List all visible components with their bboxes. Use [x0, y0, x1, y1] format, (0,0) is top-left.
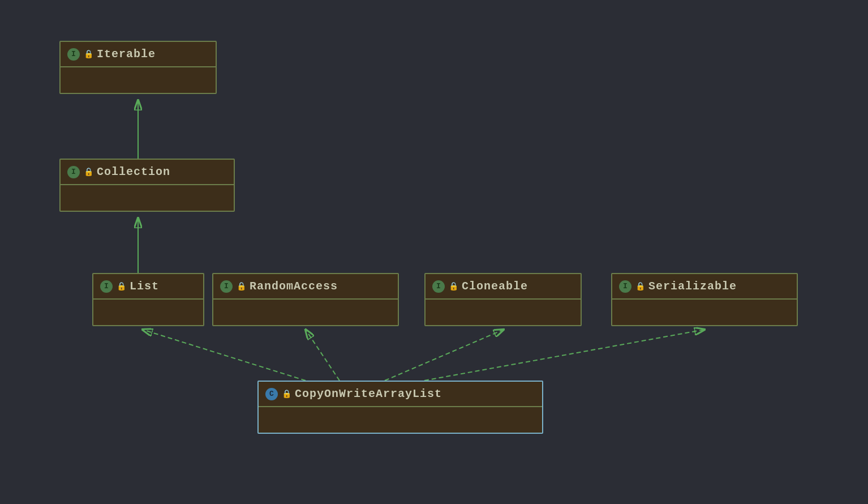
node-cloneable[interactable]: I 🔒 Cloneable	[424, 273, 582, 326]
node-collection-body	[61, 185, 234, 211]
node-serializable-header: I 🔒 Serializable	[612, 274, 797, 300]
interface-icon-collection: I	[67, 166, 80, 178]
interface-icon-iterable: I	[67, 48, 80, 61]
node-copyonwritearraylist-body	[259, 407, 542, 433]
svg-line-7	[424, 330, 704, 381]
node-collection[interactable]: I 🔒 Collection	[59, 159, 235, 212]
diagram-canvas: I 🔒 Iterable I 🔒 Collection I 🔒 List I 🔒…	[0, 0, 868, 504]
node-collection-header: I 🔒 Collection	[61, 160, 234, 185]
interface-icon-serializable: I	[619, 280, 631, 293]
lock-icon-collection: 🔒	[83, 167, 93, 177]
node-cloneable-label: Cloneable	[462, 280, 528, 293]
node-serializable-label: Serializable	[648, 280, 737, 293]
node-randomaccess-label: RandomAccess	[250, 280, 338, 293]
node-randomaccess-body	[213, 300, 398, 325]
lock-icon-copyonwritearraylist: 🔒	[281, 389, 291, 399]
node-copyonwritearraylist-header: C 🔒 CopyOnWriteArrayList	[259, 382, 542, 407]
node-collection-label: Collection	[97, 165, 170, 178]
node-list-body	[93, 300, 203, 325]
lock-icon-serializable: 🔒	[635, 281, 645, 292]
node-list[interactable]: I 🔒 List	[92, 273, 204, 326]
node-cloneable-body	[426, 300, 581, 325]
node-cloneable-header: I 🔒 Cloneable	[426, 274, 581, 300]
node-list-header: I 🔒 List	[93, 274, 203, 300]
interface-icon-list: I	[100, 280, 113, 293]
node-iterable-body	[61, 67, 216, 93]
node-serializable-body	[612, 300, 797, 325]
lock-icon-list: 🔒	[116, 281, 126, 292]
lock-icon-randomaccess: 🔒	[236, 281, 246, 292]
node-randomaccess[interactable]: I 🔒 RandomAccess	[212, 273, 399, 326]
svg-line-4	[143, 330, 306, 381]
node-randomaccess-header: I 🔒 RandomAccess	[213, 274, 398, 300]
node-list-label: List	[130, 280, 159, 293]
node-iterable[interactable]: I 🔒 Iterable	[59, 41, 217, 94]
lock-icon-cloneable: 🔒	[448, 281, 458, 292]
svg-line-5	[306, 330, 340, 381]
interface-icon-cloneable: I	[432, 280, 445, 293]
class-icon-copyonwritearraylist: C	[265, 388, 278, 400]
lock-icon-iterable: 🔒	[83, 49, 93, 59]
node-copyonwritearraylist-label: CopyOnWriteArrayList	[295, 387, 442, 400]
node-copyonwritearraylist[interactable]: C 🔒 CopyOnWriteArrayList	[257, 381, 543, 434]
node-iterable-label: Iterable	[97, 48, 156, 61]
interface-icon-randomaccess: I	[220, 280, 233, 293]
svg-line-6	[385, 330, 504, 381]
node-serializable[interactable]: I 🔒 Serializable	[611, 273, 798, 326]
node-iterable-header: I 🔒 Iterable	[61, 42, 216, 67]
